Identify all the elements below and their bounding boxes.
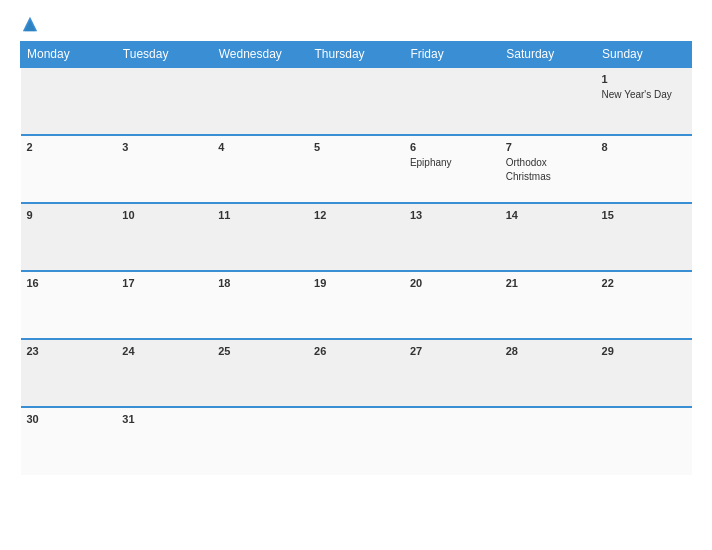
calendar-week-row: 3031 bbox=[21, 407, 692, 475]
day-number: 15 bbox=[602, 209, 686, 221]
calendar-cell: 3 bbox=[116, 135, 212, 203]
calendar-cell: 12 bbox=[308, 203, 404, 271]
logo bbox=[20, 15, 39, 33]
day-number: 20 bbox=[410, 277, 494, 289]
calendar-week-row: 9101112131415 bbox=[21, 203, 692, 271]
calendar-cell: 22 bbox=[596, 271, 692, 339]
calendar-cell: 25 bbox=[212, 339, 308, 407]
calendar-cell bbox=[404, 67, 500, 135]
calendar-cell: 16 bbox=[21, 271, 117, 339]
calendar-cell: 31 bbox=[116, 407, 212, 475]
weekday-header: Sunday bbox=[596, 42, 692, 68]
day-number: 2 bbox=[27, 141, 111, 153]
calendar-cell: 15 bbox=[596, 203, 692, 271]
calendar-cell: 19 bbox=[308, 271, 404, 339]
day-number: 29 bbox=[602, 345, 686, 357]
day-number: 7 bbox=[506, 141, 590, 153]
calendar-cell: 1New Year's Day bbox=[596, 67, 692, 135]
day-number: 5 bbox=[314, 141, 398, 153]
weekday-header: Thursday bbox=[308, 42, 404, 68]
day-number: 28 bbox=[506, 345, 590, 357]
calendar-table: MondayTuesdayWednesdayThursdayFridaySatu… bbox=[20, 41, 692, 475]
day-number: 24 bbox=[122, 345, 206, 357]
page: MondayTuesdayWednesdayThursdayFridaySatu… bbox=[0, 0, 712, 550]
day-number: 1 bbox=[602, 73, 686, 85]
calendar-cell: 30 bbox=[21, 407, 117, 475]
calendar-cell bbox=[116, 67, 212, 135]
day-event: New Year's Day bbox=[602, 89, 672, 100]
weekday-header-row: MondayTuesdayWednesdayThursdayFridaySatu… bbox=[21, 42, 692, 68]
calendar-cell: 14 bbox=[500, 203, 596, 271]
calendar-cell: 9 bbox=[21, 203, 117, 271]
calendar-week-row: 23456Epiphany7OrthodoxChristmas8 bbox=[21, 135, 692, 203]
day-number: 8 bbox=[602, 141, 686, 153]
day-number: 6 bbox=[410, 141, 494, 153]
day-number: 12 bbox=[314, 209, 398, 221]
calendar-cell bbox=[308, 407, 404, 475]
calendar-cell: 24 bbox=[116, 339, 212, 407]
calendar-cell: 29 bbox=[596, 339, 692, 407]
weekday-header: Friday bbox=[404, 42, 500, 68]
calendar-cell: 4 bbox=[212, 135, 308, 203]
weekday-header: Monday bbox=[21, 42, 117, 68]
day-event: Epiphany bbox=[410, 157, 452, 168]
calendar-cell: 8 bbox=[596, 135, 692, 203]
day-event: OrthodoxChristmas bbox=[506, 157, 551, 182]
calendar-cell: 11 bbox=[212, 203, 308, 271]
day-number: 30 bbox=[27, 413, 111, 425]
calendar-cell: 13 bbox=[404, 203, 500, 271]
calendar-cell: 28 bbox=[500, 339, 596, 407]
day-number: 11 bbox=[218, 209, 302, 221]
header bbox=[20, 15, 692, 33]
calendar-cell: 20 bbox=[404, 271, 500, 339]
day-number: 17 bbox=[122, 277, 206, 289]
day-number: 13 bbox=[410, 209, 494, 221]
calendar-cell: 26 bbox=[308, 339, 404, 407]
calendar-cell: 23 bbox=[21, 339, 117, 407]
calendar-week-row: 23242526272829 bbox=[21, 339, 692, 407]
day-number: 3 bbox=[122, 141, 206, 153]
calendar-cell bbox=[21, 67, 117, 135]
day-number: 25 bbox=[218, 345, 302, 357]
calendar-cell: 17 bbox=[116, 271, 212, 339]
calendar-cell bbox=[500, 407, 596, 475]
day-number: 18 bbox=[218, 277, 302, 289]
calendar-cell: 2 bbox=[21, 135, 117, 203]
logo-icon bbox=[21, 15, 39, 33]
calendar-cell bbox=[212, 67, 308, 135]
day-number: 31 bbox=[122, 413, 206, 425]
weekday-header: Wednesday bbox=[212, 42, 308, 68]
day-number: 21 bbox=[506, 277, 590, 289]
day-number: 4 bbox=[218, 141, 302, 153]
calendar-cell: 10 bbox=[116, 203, 212, 271]
day-number: 22 bbox=[602, 277, 686, 289]
calendar-cell bbox=[212, 407, 308, 475]
calendar-cell bbox=[500, 67, 596, 135]
weekday-header: Tuesday bbox=[116, 42, 212, 68]
calendar-week-row: 16171819202122 bbox=[21, 271, 692, 339]
calendar-cell bbox=[404, 407, 500, 475]
calendar-cell: 6Epiphany bbox=[404, 135, 500, 203]
calendar-cell bbox=[308, 67, 404, 135]
day-number: 19 bbox=[314, 277, 398, 289]
day-number: 23 bbox=[27, 345, 111, 357]
day-number: 9 bbox=[27, 209, 111, 221]
calendar-week-row: 1New Year's Day bbox=[21, 67, 692, 135]
calendar-cell: 21 bbox=[500, 271, 596, 339]
calendar-cell bbox=[596, 407, 692, 475]
calendar-cell: 7OrthodoxChristmas bbox=[500, 135, 596, 203]
weekday-header: Saturday bbox=[500, 42, 596, 68]
day-number: 16 bbox=[27, 277, 111, 289]
day-number: 10 bbox=[122, 209, 206, 221]
calendar-cell: 5 bbox=[308, 135, 404, 203]
calendar-cell: 18 bbox=[212, 271, 308, 339]
day-number: 14 bbox=[506, 209, 590, 221]
day-number: 26 bbox=[314, 345, 398, 357]
calendar-cell: 27 bbox=[404, 339, 500, 407]
day-number: 27 bbox=[410, 345, 494, 357]
